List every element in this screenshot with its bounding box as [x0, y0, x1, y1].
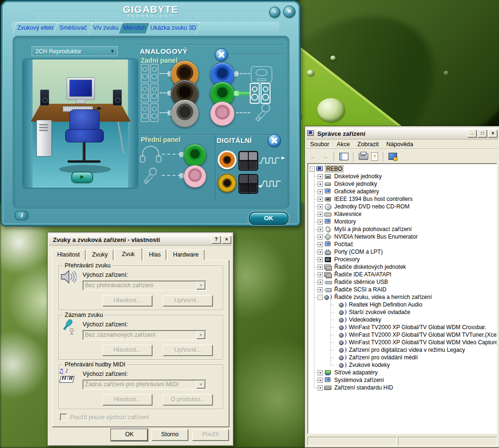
dialog-button[interactable]: Storno: [152, 429, 188, 441]
title-bar[interactable]: Správce zařízení _ □ ×: [306, 128, 498, 140]
default-device-select[interactable]: Bez záznamových zařízení ▼: [83, 330, 206, 340]
expander-toggle[interactable]: +: [318, 378, 323, 383]
tree-item[interactable]: Starší zvukové ovladače: [308, 308, 497, 316]
chevron-down-icon[interactable]: ▼: [196, 282, 205, 290]
minimize-button[interactable]: _: [467, 130, 477, 138]
tree-item[interactable]: Zařízení pro digitalizaci videa v režimu…: [308, 346, 497, 354]
tree-item[interactable]: + Řadiče disketových jednotek: [308, 263, 497, 271]
expander-toggle[interactable]: -: [310, 166, 315, 172]
back-icon[interactable]: ←: [308, 151, 319, 162]
help-button[interactable]: ?: [211, 236, 221, 244]
spdif-out-optical-port[interactable]: [238, 151, 258, 171]
tree-item[interactable]: Zvukové kodeky: [308, 361, 497, 369]
spdif-in-optical-port[interactable]: [238, 174, 258, 194]
menu-item[interactable]: Nápověda: [382, 140, 417, 149]
tree-item[interactable]: + Monitory: [308, 218, 497, 225]
tree-item[interactable]: Realtek High Definition Audio: [308, 301, 497, 308]
front-jack-green-headphone[interactable]: [184, 144, 206, 166]
use-default-devices-checkbox-row[interactable]: Použít pouze výchozí zařízení: [60, 414, 149, 421]
front-jack-pink-mic[interactable]: [184, 165, 206, 188]
maximize-button[interactable]: □: [478, 130, 487, 138]
expander-toggle[interactable]: +: [318, 219, 323, 224]
tab[interactable]: Hardware: [167, 249, 204, 260]
help-icon[interactable]: ?: [370, 151, 380, 162]
toolbar-separator[interactable]: [330, 151, 338, 162]
volume-button[interactable]: Hlasitost...: [102, 345, 152, 356]
tree-item[interactable]: Videokodeky: [308, 316, 497, 324]
expander-toggle[interactable]: +: [318, 227, 323, 232]
chevron-down-icon[interactable]: ▼: [196, 381, 205, 389]
tree-item[interactable]: + Počítač: [308, 241, 497, 248]
tree-item[interactable]: + Systémová zařízení: [308, 376, 497, 384]
play-button[interactable]: ▶: [71, 172, 93, 183]
menu-item[interactable]: Akce: [333, 140, 354, 149]
analog-settings-wrench-icon[interactable]: [215, 48, 228, 61]
tab[interactable]: Ukázka zvuku 3D: [146, 22, 201, 33]
tree-item[interactable]: + Porty (COM a LPT): [308, 248, 497, 256]
tab[interactable]: Hlas: [143, 249, 166, 260]
tab[interactable]: Směšovač: [53, 22, 93, 33]
expander-toggle[interactable]: +: [318, 370, 323, 375]
expander-toggle[interactable]: +: [318, 287, 323, 292]
toolbar-separator[interactable]: [350, 151, 357, 162]
tree-item[interactable]: - Řadiče zvuku, videa a herních zařízení: [308, 293, 497, 301]
minimize-button[interactable]: −: [269, 7, 280, 18]
expander-toggle[interactable]: +: [318, 182, 323, 187]
expander-toggle[interactable]: +: [318, 385, 323, 390]
advanced-button[interactable]: Upřesnit...: [163, 345, 213, 356]
expander-toggle[interactable]: +: [318, 249, 323, 255]
expander-toggle[interactable]: +: [318, 272, 323, 277]
expander-toggle[interactable]: +: [318, 212, 323, 217]
expander-toggle[interactable]: +: [318, 197, 323, 202]
checkbox[interactable]: [60, 414, 67, 421]
tab[interactable]: Hlasitost: [51, 249, 85, 260]
close-button[interactable]: ×: [222, 236, 231, 244]
print-icon[interactable]: [357, 151, 370, 162]
digital-settings-wrench-icon[interactable]: [268, 134, 281, 147]
rear-jack-gray-side-out[interactable]: [171, 100, 199, 127]
chevron-down-icon[interactable]: ▼: [196, 331, 205, 339]
tree-item[interactable]: + Řadiče IDE ATA/ATAPI: [308, 271, 497, 278]
tree-item[interactable]: WinFast TV2000 XP Global/TV Global WDM C…: [308, 324, 497, 331]
tree-item[interactable]: + Grafické adaptéry: [308, 188, 497, 195]
close-button[interactable]: ×: [488, 130, 498, 138]
info-button[interactable]: i: [15, 211, 28, 220]
toolbar-separator[interactable]: [380, 151, 387, 162]
spdif-in-rca-yellow[interactable]: [218, 174, 237, 192]
expander-toggle[interactable]: +: [318, 265, 323, 270]
expander-toggle[interactable]: -: [318, 295, 323, 300]
expander-toggle[interactable]: +: [318, 174, 323, 179]
ok-button[interactable]: OK: [249, 212, 288, 225]
tab[interactable]: V/v zvuku: [88, 22, 124, 33]
close-button[interactable]: ✕: [283, 6, 296, 18]
tab[interactable]: Zvukový efekt: [13, 22, 59, 33]
forward-icon[interactable]: →: [319, 151, 330, 162]
dialog-button[interactable]: OK: [111, 429, 148, 441]
tree-item[interactable]: WinFast TV2000 XP Global/TV Global WDM V…: [308, 339, 497, 346]
volume-button[interactable]: Hlasitost...: [102, 394, 152, 406]
spdif-out-rca-orange[interactable]: [218, 150, 237, 169]
menu-item[interactable]: Zobrazit: [354, 140, 382, 149]
tree-item[interactable]: + Procesory: [308, 256, 497, 263]
title-bar[interactable]: Zvuky a zvuková zařízení - vlastnosti ? …: [49, 234, 232, 246]
menu-item[interactable]: Soubor: [306, 140, 333, 149]
tree-item[interactable]: + Jednotky DVD nebo CD-ROM: [308, 203, 497, 210]
tree-item[interactable]: + Řadiče sběrnice USB: [308, 278, 497, 286]
tab[interactable]: Zvuky: [86, 249, 113, 260]
tree-item[interactable]: Zařízení pro ovládání médií: [308, 354, 497, 361]
speaker-config-select[interactable]: 2CH Reproduktor ▼: [32, 46, 118, 56]
volume-button[interactable]: Hlasitost...: [102, 295, 152, 307]
show-hide-console-tree-icon[interactable]: [338, 151, 350, 162]
default-device-select[interactable]: Bez přehrávacích zařízení ▼: [83, 281, 206, 290]
expander-toggle[interactable]: +: [318, 234, 323, 240]
tree-item[interactable]: + Řadiče SCSI a RAID: [308, 286, 497, 293]
advanced-button[interactable]: O produktu...: [163, 394, 213, 406]
tree-item[interactable]: - REBO: [308, 165, 497, 173]
expander-toggle[interactable]: +: [318, 204, 323, 209]
dialog-button[interactable]: Použít: [192, 429, 229, 441]
tree-item[interactable]: WinFast TV2000 XP Global/TV Global WDM T…: [308, 331, 497, 339]
tree-item[interactable]: + IEEE 1394 Bus host controllers: [308, 195, 497, 203]
default-device-select[interactable]: Žádná zařízení pro přehrávání MIDI ▼: [83, 380, 206, 390]
update-driver-icon[interactable]: [387, 151, 398, 162]
rear-jack-pink-mic-in[interactable]: [210, 101, 235, 126]
